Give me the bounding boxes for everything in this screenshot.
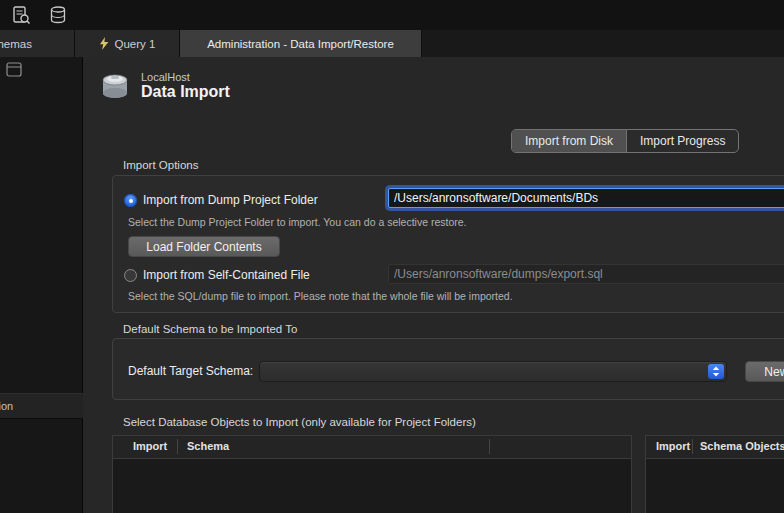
app-window: Schemas Query 1 Administration - Data Im…: [0, 0, 784, 513]
objects-import-column-header[interactable]: Import: [656, 440, 690, 452]
tab-admin-label: Administration - Data Import/Restore: [207, 38, 394, 50]
default-schema-section-label: Default Schema to be Imported To: [123, 323, 297, 335]
lightning-icon: [99, 37, 109, 50]
sidebar: Session: [0, 57, 83, 513]
dropdown-stepper-icon: [708, 364, 724, 379]
self-contained-help-text: Select the SQL/dump file to import. Plea…: [128, 290, 513, 302]
dump-folder-path-input[interactable]: [388, 188, 784, 208]
data-import-panel: LocalHost Data Import Import from Disk I…: [84, 57, 784, 513]
self-contained-radio-label: Import from Self-Contained File: [143, 268, 310, 282]
page-title: Data Import: [141, 83, 230, 101]
tab-schemas-label: Schemas: [0, 38, 32, 50]
panel-grid-icon[interactable]: [6, 62, 22, 81]
schemas-table-header: Import Schema: [113, 436, 631, 459]
dump-folder-radio-label: Import from Dump Project Folder: [143, 193, 318, 207]
schemas-table: Import Schema: [112, 435, 632, 513]
schema-objects-table-header: Import Schema Objects: [646, 436, 784, 459]
data-dump-icon[interactable]: [47, 4, 69, 26]
column-divider: [692, 439, 693, 454]
default-schema-groupbox: Default Target Schema: New...: [112, 338, 784, 400]
editor-tab-bar: Schemas Query 1 Administration - Data Im…: [0, 30, 784, 57]
schemas-import-column-header[interactable]: Import: [133, 440, 167, 452]
column-divider: [489, 439, 490, 454]
self-contained-radio[interactable]: [124, 269, 137, 282]
import-from-disk-tab[interactable]: Import from Disk: [512, 130, 626, 152]
tab-query-1[interactable]: Query 1: [75, 30, 180, 57]
import-progress-tab[interactable]: Import Progress: [626, 130, 738, 152]
sql-editor-icon[interactable]: [10, 4, 32, 26]
tab-schemas[interactable]: Schemas: [0, 30, 75, 57]
objects-section-label: Select Database Objects to Import (only …: [123, 416, 476, 428]
schemas-schema-column-header[interactable]: Schema: [187, 440, 229, 452]
load-folder-contents-button[interactable]: Load Folder Contents: [128, 236, 280, 257]
session-section-label: Session: [0, 400, 13, 412]
data-import-icon: [98, 68, 132, 110]
schema-objects-table: Import Schema Objects: [645, 435, 784, 513]
top-toolbar: [0, 0, 784, 30]
new-schema-button[interactable]: New...: [745, 361, 784, 382]
dump-folder-radio[interactable]: [124, 194, 137, 207]
import-options-label: Import Options: [123, 159, 198, 171]
sidebar-section-session[interactable]: Session: [0, 393, 83, 419]
default-target-schema-label: Default Target Schema:: [128, 364, 253, 378]
tab-query-label: Query 1: [115, 38, 156, 50]
tab-administration-data-import[interactable]: Administration - Data Import/Restore: [180, 30, 422, 57]
objects-schema-objects-column-header[interactable]: Schema Objects: [700, 440, 784, 452]
column-divider: [177, 439, 178, 454]
view-switch: Import from Disk Import Progress: [511, 129, 739, 153]
default-target-schema-dropdown[interactable]: [259, 361, 727, 382]
host-label: LocalHost: [141, 71, 190, 83]
import-options-groupbox: Import from Dump Project Folder Select t…: [112, 175, 784, 313]
dump-folder-help-text: Select the Dump Project Folder to import…: [128, 216, 467, 228]
self-contained-path-input[interactable]: [388, 264, 784, 284]
